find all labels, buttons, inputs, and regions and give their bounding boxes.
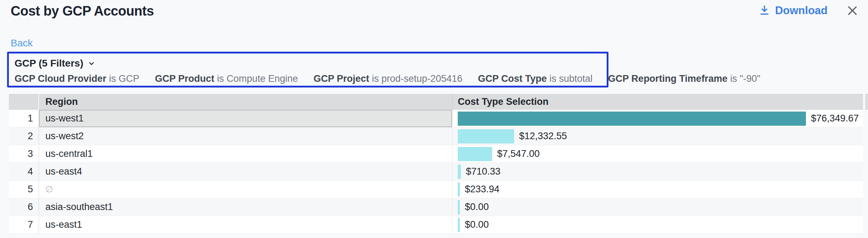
panel-header: Cost by GCP Accounts Download — [0, 0, 868, 25]
cost-column-header[interactable]: Cost Type Selection — [452, 94, 863, 110]
cost-bar — [458, 147, 492, 161]
table-row: 4us-east4$710.33 — [9, 163, 863, 181]
row-index: 6 — [9, 198, 39, 216]
cost-cell[interactable]: $710.33 — [452, 163, 863, 180]
cost-bar — [458, 165, 461, 179]
filter-chip-label: GCP Project — [313, 73, 372, 84]
close-icon[interactable] — [846, 4, 859, 17]
filter-chip: GCP Cost Type is subtotal — [478, 73, 592, 84]
cost-cell[interactable]: $12,332.55 — [452, 128, 863, 145]
filter-chip: GCP Cloud Provider is GCP — [15, 73, 139, 84]
table-row: 3us-central1$7,547.00 — [9, 145, 863, 163]
cost-value: $12,332.55 — [519, 131, 567, 142]
cost-value: $710.33 — [466, 166, 501, 177]
row-index: 5 — [9, 181, 39, 198]
cost-cell[interactable]: $7,547.00 — [452, 145, 863, 163]
cost-table: Region Cost Type Selection 1us-west1$76,… — [9, 94, 863, 234]
row-index: 1 — [9, 110, 39, 127]
filter-chip-label: GCP Reporting Timeframe — [608, 73, 730, 84]
filter-chip-condition: is GCP — [109, 73, 140, 84]
cost-bar — [458, 182, 460, 197]
filter-chip: GCP Reporting Timeframe is "-90" — [608, 73, 760, 84]
table-row: 1us-west1$76,349.67 — [9, 110, 863, 128]
download-button[interactable]: Download — [759, 4, 828, 17]
filter-chip: GCP Product is Compute Engine — [155, 73, 298, 84]
cost-bar — [458, 218, 460, 232]
filter-summary-dropdown[interactable]: GCP (5 Filters) — [15, 57, 601, 70]
page-title: Cost by GCP Accounts — [11, 4, 154, 19]
row-index: 7 — [9, 216, 39, 233]
filter-chip-list: GCP Cloud Provider is GCPGCP Product is … — [15, 73, 601, 84]
row-number-column-header — [9, 94, 39, 110]
row-index: 3 — [9, 145, 39, 163]
back-link[interactable]: Back — [11, 38, 33, 49]
cost-cell[interactable]: $76,349.67 — [452, 110, 863, 127]
cost-value: $7,547.00 — [497, 148, 540, 159]
table-body: 1us-west1$76,349.672us-west2$12,332.553u… — [9, 110, 863, 234]
region-cell[interactable]: asia-southeast1 — [39, 198, 452, 216]
download-label: Download — [775, 4, 828, 17]
region-cell[interactable]: us-west2 — [39, 128, 452, 145]
table-row: 7us-east1$0.00 — [9, 216, 863, 234]
download-icon — [759, 5, 770, 17]
filter-chip-label: GCP Cost Type — [478, 73, 550, 84]
cost-value: $0.00 — [465, 219, 489, 230]
filter-chip-condition: is prod-setup-205416 — [372, 73, 462, 84]
region-column-header[interactable]: Region — [39, 94, 452, 110]
cost-cell[interactable]: $233.94 — [452, 181, 863, 198]
cost-bar — [458, 112, 806, 126]
filter-chip: GCP Project is prod-setup-205416 — [313, 73, 462, 84]
filter-chip-condition: is "-90" — [730, 73, 760, 84]
cost-bar — [458, 129, 514, 143]
cost-by-gcp-accounts-panel: Cost by GCP Accounts Download Back GCP (… — [0, 0, 868, 238]
filter-chip-label: GCP Cloud Provider — [15, 73, 109, 84]
filter-chip-condition: is subtotal — [550, 73, 593, 84]
table-row: 5∅$233.94 — [9, 181, 863, 198]
filter-chip-condition: is Compute Engine — [217, 73, 298, 84]
scrollbar-corner — [865, 94, 868, 110]
region-cell[interactable]: us-east1 — [39, 216, 452, 233]
table-row: 6asia-southeast1$0.00 — [9, 198, 863, 216]
filter-summary-label: GCP (5 Filters) — [15, 58, 83, 69]
region-cell[interactable]: us-central1 — [39, 145, 452, 163]
cost-value: $233.94 — [465, 184, 500, 195]
region-cell[interactable]: ∅ — [39, 181, 452, 198]
table-row: 2us-west2$12,332.55 — [9, 128, 863, 145]
cost-bar — [458, 200, 460, 214]
chevron-down-icon — [87, 59, 96, 68]
filter-chip-label: GCP Product — [155, 73, 217, 84]
filters-highlight-box: GCP (5 Filters) GCP Cloud Provider is GC… — [7, 52, 608, 87]
cost-cell[interactable]: $0.00 — [452, 216, 863, 233]
cost-value: $76,349.67 — [811, 113, 859, 124]
row-index: 4 — [9, 163, 39, 180]
row-index: 2 — [9, 128, 39, 145]
cost-cell[interactable]: $0.00 — [452, 198, 863, 216]
region-cell[interactable]: us-east4 — [39, 163, 452, 180]
cost-value: $0.00 — [465, 202, 489, 212]
region-cell[interactable]: us-west1 — [39, 110, 452, 127]
table-header-row: Region Cost Type Selection — [9, 94, 863, 110]
